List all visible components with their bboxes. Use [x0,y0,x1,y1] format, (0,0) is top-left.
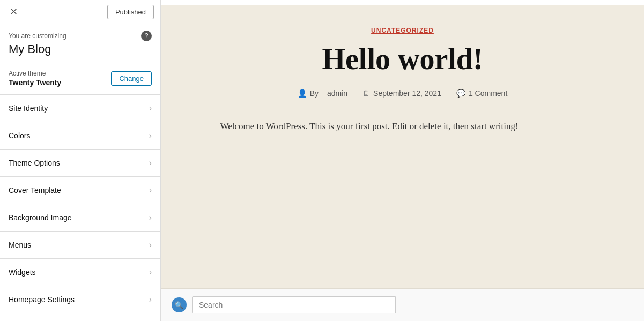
post-title: Hello world! [193,43,612,76]
chevron-right-icon: › [149,240,152,250]
nav-item-label: Colors [9,131,30,140]
post-body: Welcome to WordPress. This is your first… [220,119,585,133]
chevron-right-icon: › [149,131,152,140]
customizing-section: You are customizing ? My Blog [0,24,160,62]
comment-icon: 💬 [456,89,465,98]
close-button[interactable]: ✕ [6,4,21,20]
nav-item-label: Site Identity [9,104,48,113]
chevron-right-icon: › [149,103,152,113]
preview-pane: UNCATEGORIZED Hello world! 👤 By admin 🗓 … [161,0,644,321]
nav-list: Site Identity › Colors › Theme Options ›… [0,95,160,321]
nav-item-label: Cover Template [9,186,61,195]
search-bar: 🔍 [161,288,644,321]
sidebar-item-theme-options[interactable]: Theme Options › [0,150,160,177]
post-date: September 12, 2021 [373,89,441,98]
calendar-icon: 🗓 [362,89,370,98]
comments-meta: 💬 1 Comment [456,89,507,98]
theme-label: Active theme [9,70,61,77]
chevron-right-icon: › [149,213,152,222]
author-icon: 👤 [298,89,307,98]
search-input-container [192,296,396,313]
sidebar-item-cover-template[interactable]: Cover Template › [0,177,160,204]
sidebar-item-additional-css[interactable]: Additional CSS › [0,313,160,321]
blog-title: My Blog [9,42,152,56]
comment-count: 1 Comment [469,89,507,98]
sidebar-item-colors[interactable]: Colors › [0,122,160,150]
chevron-right-icon: › [149,267,152,277]
nav-item-label: Widgets [9,268,36,277]
published-button[interactable]: Published [107,5,154,19]
author-prefix: By [310,89,319,98]
author-name: admin [327,89,347,98]
sidebar-item-widgets[interactable]: Widgets › [0,259,160,286]
help-icon[interactable]: ? [141,31,152,41]
top-bar: ✕ Published [0,0,160,24]
chevron-right-icon: › [149,158,152,168]
change-theme-button[interactable]: Change [111,71,152,86]
chevron-right-icon: › [149,295,152,304]
author-meta: 👤 By admin [298,89,347,98]
theme-info: Active theme Twenty Twenty [9,70,61,87]
customizing-label: You are customizing [9,32,66,40]
post-category: UNCATEGORIZED [193,27,612,34]
sidebar-item-site-identity[interactable]: Site Identity › [0,95,160,122]
preview-content: UNCATEGORIZED Hello world! 👤 By admin 🗓 … [161,5,644,288]
nav-item-label: Homepage Settings [9,295,75,304]
sidebar-item-homepage-settings[interactable]: Homepage Settings › [0,286,160,313]
post-body-text: Welcome to WordPress. This is your first… [220,119,585,133]
post-meta: 👤 By admin 🗓 September 12, 2021 💬 1 Comm… [193,89,612,98]
nav-item-label: Menus [9,241,31,249]
date-meta: 🗓 September 12, 2021 [362,89,441,98]
chevron-right-icon: › [149,185,152,195]
search-icon: 🔍 [172,297,187,312]
search-input[interactable] [192,296,396,313]
sidebar-item-background-image[interactable]: Background Image › [0,204,160,232]
theme-section: Active theme Twenty Twenty Change [0,62,160,95]
nav-item-label: Theme Options [9,159,60,167]
sidebar: ✕ Published You are customizing ? My Blo… [0,0,161,321]
sidebar-item-menus[interactable]: Menus › [0,232,160,259]
nav-item-label: Background Image [9,213,72,222]
top-white-bar [161,0,644,5]
theme-name: Twenty Twenty [9,78,61,87]
